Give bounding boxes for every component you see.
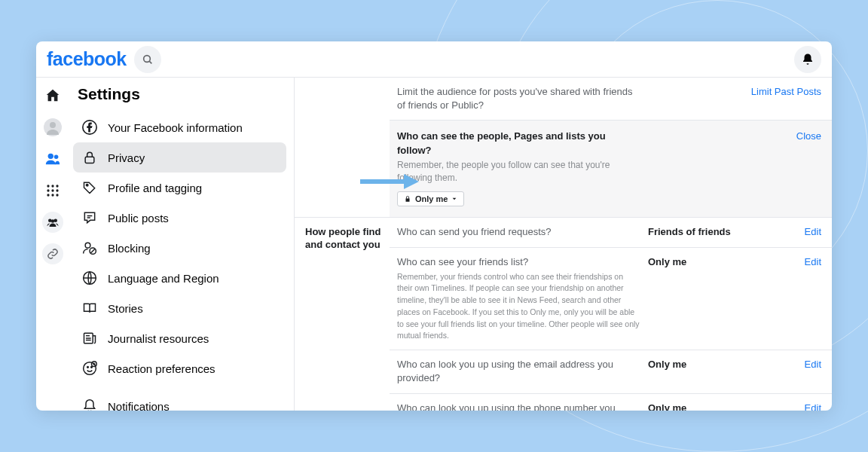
chevron-down-icon [451,196,457,202]
news-icon [81,329,99,347]
menu-label: Your Facebook information [108,121,243,134]
row-title: Who can send you friend requests? [397,225,640,239]
facebook-circle-icon [81,118,99,136]
home-icon [44,87,61,104]
edit-link[interactable]: Edit [746,225,821,239]
svg-point-10 [51,189,53,191]
row-limit-posts: Limit the audience for posts you've shar… [390,78,832,120]
svg-point-13 [51,194,53,196]
avatar-icon [44,118,62,136]
row-friend-requests: Who can send you friend requests? Friend… [390,218,832,246]
audience-selected: Only me [415,194,448,203]
link-icon [47,248,59,260]
menu-reactions[interactable]: Reaction preferences [73,353,286,383]
svg-point-4 [47,154,53,159]
search-icon [142,53,154,66]
pointer-arrow [359,173,419,191]
menu-label: Reaction preferences [108,362,215,375]
book-icon [81,299,99,317]
row-title: Who can see the people, Pages and lists … [397,130,640,157]
menu-label: Public posts [108,212,169,224]
svg-point-20 [86,184,88,186]
row-value: Friends of friends [648,225,738,239]
menu-notifications[interactable]: Notifications [73,391,286,411]
svg-point-7 [51,185,53,187]
edit-link[interactable]: Edit [746,255,821,343]
edit-link[interactable]: Edit [746,358,821,385]
svg-point-15 [48,219,52,223]
menu-stories[interactable]: Stories [73,293,286,323]
rail-grid[interactable] [42,180,63,201]
svg-point-16 [53,219,57,223]
groups-icon [46,215,60,229]
menu-label: Profile and tagging [108,182,202,194]
row-title: Who can look you up using the phone numb… [397,402,640,411]
menu-label: Blocking [108,242,151,255]
search-button[interactable] [134,46,161,73]
rail-link[interactable] [42,243,63,264]
rail-home[interactable] [42,85,63,106]
comment-icon [81,209,99,227]
main-panel: Limit the audience for posts you've shar… [295,78,832,411]
friends-icon [44,151,61,167]
menu-label: Stories [108,302,143,315]
menu-blocking[interactable]: Blocking [73,233,286,263]
section-activity-label [295,78,390,217]
svg-point-14 [56,194,58,196]
row-lookup-phone: Who can look you up using the phone numb… [390,393,832,411]
notifications-button[interactable] [794,46,821,73]
menu-profile-tagging[interactable]: Profile and tagging [73,173,286,203]
menu-privacy[interactable]: Privacy [73,142,286,173]
svg-point-3 [50,122,56,128]
svg-point-23 [85,243,90,248]
svg-point-0 [143,55,150,62]
bell-outline-icon [81,397,99,411]
close-link[interactable]: Close [746,130,821,206]
block-icon [81,239,99,257]
rail-groups[interactable] [42,212,63,233]
svg-point-8 [56,185,58,187]
content-area: Settings Your Facebook information Priva… [36,78,832,411]
row-lookup-email: Who can look you up using the email addr… [390,350,832,392]
menu-language[interactable]: Language and Region [73,263,286,293]
row-sub: Remember, the people you follow can see … [397,159,640,185]
audience-selector[interactable]: Only me [397,191,464,206]
edit-link[interactable]: Edit [746,402,821,411]
grid-icon [46,184,60,197]
row-value: Only me [648,358,738,385]
section-contact-label: How people find and contact you [295,218,390,411]
row-friends-list: Who can see your friends list? Remember,… [390,247,832,350]
svg-point-5 [53,155,58,160]
facebook-logo[interactable]: facebook [47,48,127,70]
svg-point-33 [87,367,89,368]
rail-avatar[interactable] [42,117,63,138]
menu-label: Journalist resources [108,332,209,345]
svg-point-12 [47,194,49,196]
menu-journalist[interactable]: Journalist resources [73,323,286,353]
lock-icon [81,148,99,166]
bell-icon [801,53,815,66]
svg-marker-37 [404,174,419,189]
topbar: facebook [36,41,832,78]
row-title: Who can see your friends list? [397,255,640,269]
globe-icon [81,269,99,287]
rail-friends[interactable] [42,148,63,170]
menu-your-info[interactable]: Your Facebook information [73,112,286,142]
tag-icon [81,179,99,197]
svg-point-17 [50,219,54,223]
menu-label: Language and Region [108,272,219,285]
row-follow-visibility: Who can see the people, Pages and lists … [390,120,832,217]
menu-public-posts[interactable]: Public posts [73,203,286,233]
svg-rect-19 [85,157,94,163]
svg-point-34 [91,367,93,368]
smile-icon [81,359,99,377]
limit-past-posts-link[interactable]: Limit Past Posts [746,85,821,112]
svg-point-9 [47,189,49,191]
settings-title: Settings [73,84,286,112]
svg-point-6 [47,185,49,187]
svg-point-11 [56,189,58,191]
settings-sidebar: Settings Your Facebook information Priva… [69,78,295,411]
svg-line-1 [149,61,151,63]
svg-line-25 [90,249,95,253]
row-value: Only me [648,402,738,411]
